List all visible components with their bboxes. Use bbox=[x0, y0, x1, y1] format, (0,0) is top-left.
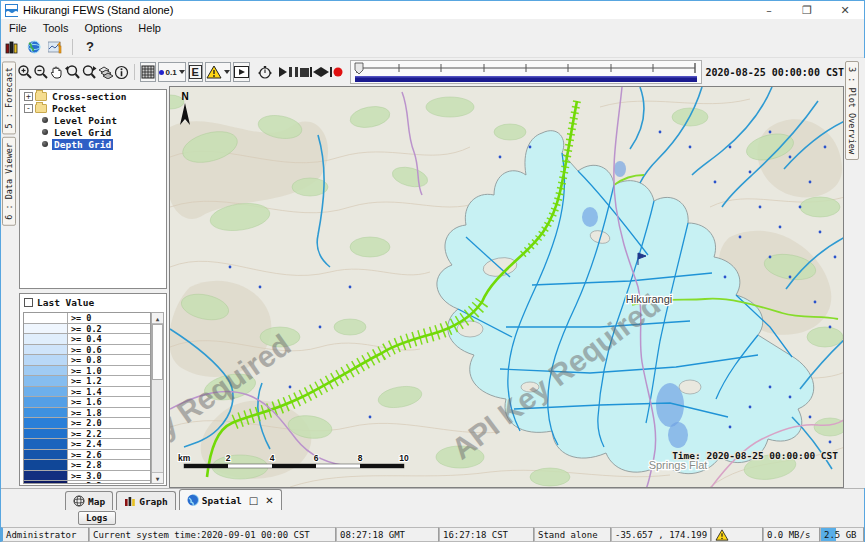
menu-file[interactable]: File bbox=[1, 21, 35, 35]
legend-swatch bbox=[24, 345, 68, 355]
layer-bullet-icon bbox=[42, 129, 48, 135]
classbreak-value: 0.1 bbox=[165, 68, 176, 77]
map-view[interactable]: API Key Required API Key Required Hikura… bbox=[169, 86, 844, 488]
movie-export-button[interactable] bbox=[233, 62, 250, 82]
legend-swatch bbox=[24, 387, 68, 397]
zoom-next-button[interactable] bbox=[81, 61, 98, 83]
menu-tools[interactable]: Tools bbox=[35, 21, 77, 35]
close-button[interactable]: ✕ bbox=[826, 1, 864, 19]
left-tab-strip: 5 : Forecast 6 : Data Viewer bbox=[1, 58, 17, 488]
legend-swatch bbox=[24, 408, 68, 418]
tab-plot-overview[interactable]: 3 : Plot Overview bbox=[845, 61, 859, 160]
bar-chart-icon bbox=[124, 495, 136, 507]
legend-row: >= 0.6 bbox=[24, 345, 150, 356]
zoom-out-button[interactable] bbox=[33, 61, 49, 83]
chevron-down-icon bbox=[179, 70, 185, 74]
play-button[interactable] bbox=[277, 61, 288, 83]
status-alerts[interactable] bbox=[711, 527, 763, 542]
expander-icon[interactable]: - bbox=[24, 104, 33, 113]
folder-icon bbox=[35, 104, 47, 113]
legend-panel: Last Value >= 0 >= 0.2 >= 0.4 >= 0.6 >= … bbox=[19, 293, 167, 486]
map-time-label: Time: 2020-08-25 00:00:00 CST bbox=[672, 450, 838, 461]
last-value-checkbox[interactable] bbox=[24, 298, 33, 307]
svg-text:N: N bbox=[181, 91, 188, 102]
toolbar-separator bbox=[72, 39, 73, 55]
tab-graph[interactable]: Graph bbox=[116, 491, 176, 510]
tree-node-label[interactable]: Pocket bbox=[50, 103, 88, 114]
legend-swatch bbox=[24, 481, 68, 484]
logs-button[interactable]: Logs bbox=[78, 511, 116, 525]
grid-coverage-button[interactable] bbox=[140, 62, 156, 82]
legend-swatch bbox=[24, 439, 68, 449]
logs-row: Logs bbox=[1, 510, 864, 526]
scrollbar-thumb[interactable] bbox=[152, 324, 163, 380]
main-toolbar: ? bbox=[1, 36, 864, 58]
legend-swatch bbox=[24, 418, 68, 428]
legend-swatch bbox=[24, 460, 68, 470]
skip-to-end-button[interactable] bbox=[321, 61, 332, 83]
panel-maximize-icon[interactable]: □ bbox=[249, 495, 258, 506]
classbreaks-dropdown[interactable]: 0.1 bbox=[158, 62, 185, 82]
timeline-slider[interactable] bbox=[350, 60, 702, 84]
last-value-label: Last Value bbox=[37, 297, 94, 308]
status-mode: Stand alone bbox=[534, 527, 611, 542]
tree-node-label[interactable]: Level Grid bbox=[52, 127, 113, 138]
scroll-up-icon[interactable]: ▲ bbox=[152, 313, 163, 324]
tree-node-label[interactable]: Level Point bbox=[52, 115, 119, 126]
title-bar: Hikurangi FEWS (Stand alone) – ❐ ✕ bbox=[1, 1, 864, 19]
tree-node-pocket[interactable]: - Pocket bbox=[20, 102, 166, 114]
legend-scrollbar[interactable]: ▲ ▼ bbox=[151, 312, 164, 484]
layer-tree: + Cross-section - Pocket Level Point Lev… bbox=[19, 89, 167, 289]
app-logo-icon bbox=[5, 4, 18, 17]
minimize-button[interactable]: – bbox=[750, 1, 788, 19]
legend-swatch bbox=[24, 450, 68, 460]
tree-node-label[interactable]: Cross-section bbox=[50, 91, 128, 102]
database-display-button[interactable] bbox=[1, 38, 23, 56]
layer-bullet-icon bbox=[42, 117, 48, 123]
maximize-button[interactable]: ❐ bbox=[788, 1, 826, 19]
tab-spatial[interactable]: Spatial □ ✕ bbox=[179, 489, 282, 510]
panel-close-icon[interactable]: ✕ bbox=[265, 495, 273, 506]
expander-icon[interactable]: + bbox=[24, 92, 33, 101]
zoom-previous-button[interactable] bbox=[64, 61, 81, 83]
tree-node-level-point[interactable]: Level Point bbox=[20, 114, 166, 126]
timeseries-dialog-button[interactable] bbox=[45, 38, 67, 56]
warning-icon bbox=[715, 529, 729, 541]
status-memory: 2.5 GB bbox=[820, 527, 864, 542]
app-window: Hikurangi FEWS (Stand alone) – ❐ ✕ File … bbox=[0, 0, 865, 542]
pan-hand-button[interactable] bbox=[49, 61, 64, 83]
legend-swatch bbox=[24, 355, 68, 365]
tab-forecast[interactable]: 5 : Forecast bbox=[2, 61, 16, 134]
animation-settings-button[interactable] bbox=[257, 61, 273, 83]
chevron-down-icon bbox=[224, 70, 230, 74]
scroll-down-icon[interactable]: ▼ bbox=[152, 472, 163, 483]
grid-display-button[interactable] bbox=[23, 38, 45, 56]
map-toolbar: 0.1 E bbox=[17, 58, 844, 86]
tree-node-depth-grid[interactable]: Depth Grid bbox=[20, 138, 166, 150]
tree-node-label-selected[interactable]: Depth Grid bbox=[52, 139, 113, 150]
legend-row: >= 0.2 bbox=[24, 324, 150, 335]
record-button[interactable] bbox=[332, 61, 343, 83]
info-button[interactable] bbox=[114, 61, 129, 83]
status-coordinates: -35.657 , 174.199 bbox=[611, 527, 711, 542]
legend-row: >= 0.4 bbox=[24, 334, 150, 345]
tab-map[interactable]: Map bbox=[65, 491, 113, 510]
tree-node-level-grid[interactable]: Level Grid bbox=[20, 126, 166, 138]
legend-row: >= 1.6 bbox=[24, 397, 150, 408]
pause-button[interactable] bbox=[288, 61, 299, 83]
menu-help[interactable]: Help bbox=[130, 21, 169, 35]
tab-data-viewer[interactable]: 6 : Data Viewer bbox=[2, 137, 16, 226]
timeline-handle[interactable] bbox=[355, 63, 363, 74]
help-button[interactable]: ? bbox=[78, 39, 102, 54]
tree-node-cross-section[interactable]: + Cross-section bbox=[20, 90, 166, 102]
status-gmt-time: 08:27:18 GMT bbox=[336, 527, 439, 542]
data-layers-panel: + Cross-section - Pocket Level Point Lev… bbox=[17, 86, 169, 488]
globe-icon bbox=[187, 494, 199, 506]
menu-options[interactable]: Options bbox=[76, 21, 130, 35]
labels-toggle-button[interactable]: E bbox=[188, 62, 203, 82]
stop-button[interactable] bbox=[299, 61, 310, 83]
layers-button[interactable] bbox=[98, 61, 114, 83]
zoom-in-button[interactable] bbox=[17, 61, 33, 83]
skip-to-start-button[interactable] bbox=[310, 61, 321, 83]
thresholds-dropdown[interactable] bbox=[205, 62, 231, 82]
